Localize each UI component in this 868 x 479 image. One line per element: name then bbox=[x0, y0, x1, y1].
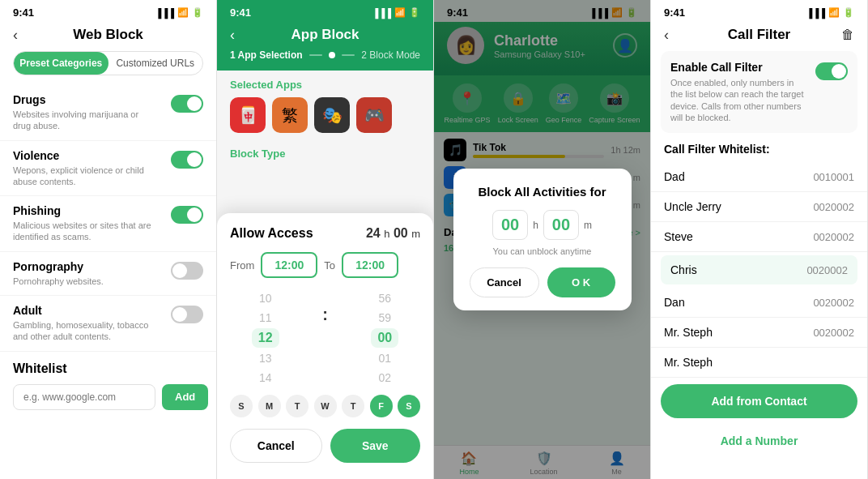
category-toggle[interactable] bbox=[171, 262, 203, 280]
category-name: Drugs bbox=[13, 93, 159, 106]
page-title-4: Call Filter bbox=[728, 27, 790, 43]
action-buttons: Cancel Save bbox=[230, 429, 420, 463]
contact-number: 0010001 bbox=[813, 171, 854, 183]
enable-toggle[interactable] bbox=[815, 62, 848, 80]
add-whitelist-button[interactable]: Add bbox=[162, 384, 208, 410]
enable-desc: Once enabled, only numbers in the list b… bbox=[670, 77, 807, 123]
status-icons-4: ▐▐▐ 📶 🔋 bbox=[806, 7, 854, 18]
back-button-4[interactable]: ‹ bbox=[664, 27, 669, 44]
block-type-label: Block Type bbox=[230, 148, 420, 160]
category-description: Pornohraphy websites. bbox=[13, 276, 104, 287]
dialog-minutes[interactable]: 00 bbox=[543, 210, 579, 240]
category-toggle[interactable] bbox=[171, 206, 203, 224]
trash-icon[interactable]: 🗑 bbox=[841, 28, 854, 42]
step-line bbox=[309, 54, 322, 56]
category-toggle[interactable] bbox=[171, 95, 203, 113]
whitelist-title: Whitelist bbox=[13, 361, 203, 376]
day-button[interactable]: T bbox=[342, 395, 364, 417]
battery-icon-4: 🔋 bbox=[843, 7, 854, 18]
whitelist-label: Call Filter Whitelist: bbox=[651, 143, 867, 162]
status-icons-2: ▐▐▐ 📶 🔋 bbox=[372, 7, 420, 18]
dialog-hours[interactable]: 00 bbox=[492, 210, 528, 240]
time-scroll: 10 11 12 13 14 : 56 59 00 01 02 bbox=[230, 289, 420, 387]
category-name: Adult bbox=[13, 304, 159, 317]
cancel-button-2[interactable]: Cancel bbox=[230, 429, 322, 463]
status-bar-4: 9:41 ▐▐▐ 📶 🔋 bbox=[651, 0, 867, 22]
web-block-panel: 9:41 ▐▐▐ 📶 🔋 ‹ Web Block Preset Categori… bbox=[0, 0, 217, 479]
status-bar-1: 9:41 ▐▐▐ 📶 🔋 bbox=[0, 0, 216, 22]
contact-row[interactable]: Dad 0010001 bbox=[651, 162, 867, 192]
back-button-2[interactable]: ‹ bbox=[230, 27, 235, 44]
contact-number: 0020002 bbox=[806, 264, 848, 276]
category-item: Pornography Pornohraphy websites. bbox=[0, 252, 216, 296]
block-dialog: Block All Activities for 00 h 00 m You c… bbox=[453, 169, 632, 310]
to-time-input[interactable]: 12:00 bbox=[342, 252, 398, 278]
call-filter-panel: 9:41 ▐▐▐ 📶 🔋 ‹ Call Filter 🗑 Enable Call… bbox=[651, 0, 868, 479]
dialog-ok-button[interactable]: O K bbox=[547, 267, 615, 297]
contact-row[interactable]: Dan 0020002 bbox=[651, 288, 867, 318]
charlotte-panel: 9:41 ▐▐▐ 📶 🔋 👩 Charlotte Samsung Galaxy … bbox=[434, 0, 651, 479]
add-contact-button[interactable]: Add from Contact bbox=[661, 384, 857, 418]
category-text: Adult Gambling, homosexuality, tobacco a… bbox=[13, 304, 159, 343]
contact-name: Mr. Steph bbox=[664, 326, 713, 339]
block-type-section: Block Type bbox=[217, 139, 433, 173]
category-text: Pornography Pornohraphy websites. bbox=[13, 260, 104, 287]
time-range-row: From 12:00 To 12:00 bbox=[230, 252, 420, 278]
day-button[interactable]: S bbox=[230, 395, 253, 417]
category-item: Phishing Malicious websites or sites tha… bbox=[0, 196, 216, 252]
app-icon-3[interactable]: 🎭 bbox=[314, 97, 350, 133]
category-toggle[interactable] bbox=[171, 151, 203, 169]
selected-apps-section: Selected Apps 🀄 繁 🎭 🎮 bbox=[217, 71, 433, 139]
status-time-2: 9:41 bbox=[230, 6, 251, 19]
from-time-input[interactable]: 12:00 bbox=[261, 252, 317, 278]
app-icons-row: 🀄 繁 🎭 🎮 bbox=[230, 97, 420, 133]
app-icon-1[interactable]: 🀄 bbox=[230, 97, 266, 133]
contact-row[interactable]: Mr. Steph bbox=[651, 348, 867, 378]
whitelist-input[interactable] bbox=[13, 384, 155, 410]
day-button[interactable]: W bbox=[314, 395, 337, 417]
status-bar-2: 9:41 ▐▐▐ 📶 🔋 bbox=[217, 0, 433, 22]
day-button[interactable]: F bbox=[370, 395, 393, 417]
tab-preset-categories[interactable]: Preset Categories bbox=[14, 52, 108, 75]
signal-icon-4: ▐▐▐ bbox=[806, 8, 825, 18]
dialog-overlay: Block All Activities for 00 h 00 m You c… bbox=[434, 0, 650, 479]
contact-number: 0020002 bbox=[813, 231, 854, 243]
day-button[interactable]: M bbox=[258, 395, 281, 417]
allow-access-card: Allow Access 24 h 00 m From 12:00 To 12:… bbox=[217, 213, 433, 479]
category-toggle[interactable] bbox=[171, 306, 203, 323]
contact-number: 0020002 bbox=[813, 327, 854, 339]
web-block-header: ‹ Web Block bbox=[0, 22, 216, 51]
signal-icon-2: ▐▐▐ bbox=[372, 8, 391, 18]
save-button-2[interactable]: Save bbox=[330, 429, 421, 463]
add-number-button[interactable]: Add a Number bbox=[661, 426, 857, 455]
back-button-1[interactable]: ‹ bbox=[13, 27, 18, 44]
hours-col: 10 11 12 13 14 bbox=[252, 289, 279, 387]
dialog-subtitle: You can unblock anytime bbox=[470, 246, 615, 256]
category-name: Phishing bbox=[13, 204, 159, 217]
allow-access-time: 24 h 00 m bbox=[366, 226, 420, 241]
category-text: Drugs Websites involving marijuana or dr… bbox=[13, 93, 159, 132]
day-button[interactable]: T bbox=[286, 395, 308, 417]
category-item: Adult Gambling, homosexuality, tobacco a… bbox=[0, 296, 216, 352]
contact-name: Uncle Jerry bbox=[664, 200, 721, 213]
contact-row[interactable]: Steve 0020002 bbox=[651, 222, 867, 252]
contact-row[interactable]: Uncle Jerry 0020002 bbox=[651, 192, 867, 222]
contact-row-highlighted[interactable]: Chris 0020002 bbox=[661, 255, 857, 284]
day-button[interactable]: S bbox=[398, 395, 420, 417]
app-icon-2[interactable]: 繁 bbox=[272, 97, 308, 133]
dialog-cancel-button[interactable]: Cancel bbox=[470, 267, 539, 297]
category-text: Violence Wepons, explicit violence or ch… bbox=[13, 149, 159, 188]
allow-access-title: Allow Access bbox=[230, 226, 313, 241]
whitelist-input-row: Add bbox=[13, 384, 203, 410]
tab-customized-urls[interactable]: Customized URLs bbox=[108, 52, 203, 75]
battery-icon-2: 🔋 bbox=[409, 7, 420, 18]
category-name: Pornography bbox=[13, 260, 104, 273]
status-time-4: 9:41 bbox=[664, 6, 685, 19]
contact-row[interactable]: Mr. Steph 0020002 bbox=[651, 318, 867, 348]
step-line-2 bbox=[342, 54, 355, 56]
selected-apps-label: Selected Apps bbox=[230, 79, 420, 91]
contact-number: 0020002 bbox=[813, 297, 854, 309]
app-icon-4[interactable]: 🎮 bbox=[356, 97, 392, 133]
category-description: Malicious websites or sites that are ide… bbox=[13, 220, 159, 243]
category-description: Wepons, explicit violence or child abuse… bbox=[13, 165, 159, 188]
